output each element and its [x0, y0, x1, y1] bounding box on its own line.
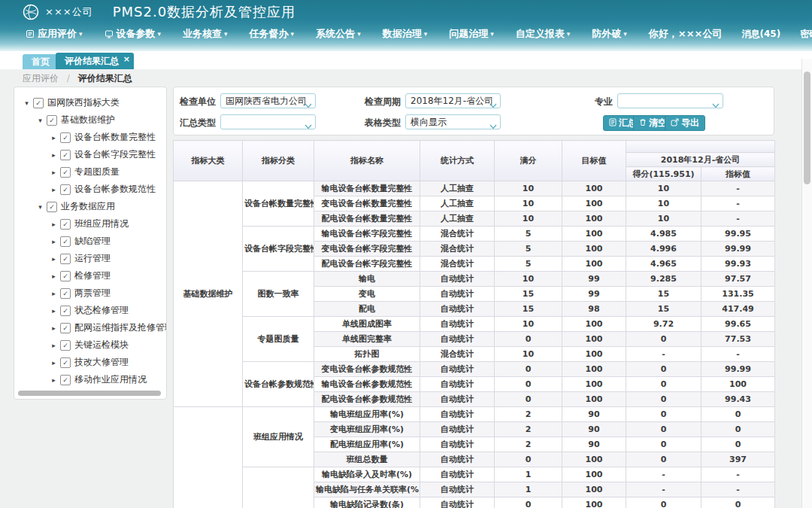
- collapse-arrow-icon[interactable]: ▸: [49, 324, 59, 332]
- checkbox-checked[interactable]: ✓: [47, 202, 57, 212]
- collapse-arrow-icon[interactable]: ▸: [49, 307, 59, 315]
- chevron-down-icon: [304, 99, 312, 108]
- checkbox-checked[interactable]: ✓: [60, 254, 71, 264]
- tree-item-13[interactable]: ▸✓配网运维指挥及抢修管理: [14, 319, 166, 336]
- inspection-period-select[interactable]: 2018年12月-省公司: [405, 93, 501, 108]
- collapse-arrow-icon[interactable]: ▸: [49, 151, 59, 159]
- score-cell: 10: [626, 196, 701, 211]
- tree-item-3[interactable]: ▸✓设备台帐字段完整性: [14, 146, 166, 163]
- tab-evaluation-summary[interactable]: 评价结果汇总 ×: [56, 53, 134, 69]
- tree-item-0[interactable]: ▾✓国网陕西指标大类: [14, 94, 166, 111]
- checkbox-checked[interactable]: ✓: [60, 132, 71, 143]
- nav-item-7[interactable]: 自定义报表▾: [516, 27, 571, 41]
- checkbox-checked[interactable]: ✓: [60, 375, 71, 385]
- tree-item-1[interactable]: ▾✓基础数据维护: [14, 111, 166, 129]
- statistic-method-cell: 自动统计: [420, 317, 495, 332]
- collapse-arrow-icon[interactable]: ▸: [49, 376, 59, 384]
- checkbox-checked[interactable]: ✓: [47, 115, 57, 126]
- tree-item-2[interactable]: ▸✓设备台帐数量完整性: [14, 129, 166, 146]
- collapse-arrow-icon[interactable]: ▸: [49, 134, 59, 141]
- tree-item-12[interactable]: ▸✓状态检修管理: [14, 302, 166, 319]
- caret-down-icon: ▾: [567, 30, 571, 38]
- vertical-scrollbar-thumb[interactable]: [804, 71, 810, 184]
- tree-item-14[interactable]: ▸✓关键运检模块: [14, 336, 166, 354]
- checkbox-checked[interactable]: ✓: [60, 357, 71, 368]
- nav-item-8[interactable]: 防外破▾: [592, 27, 627, 41]
- score-cell: 9.72: [626, 317, 701, 332]
- summary-type-select[interactable]: [220, 114, 316, 129]
- column-header-5: 目标值: [562, 141, 626, 181]
- breadcrumb-parent[interactable]: 应用评价: [23, 73, 59, 84]
- indicator-value-cell: 417.49: [701, 302, 775, 317]
- collapse-arrow-icon[interactable]: ▸: [49, 272, 59, 280]
- page-title: PMS2.0数据分析及管控应用: [113, 3, 295, 21]
- collapse-arrow-icon[interactable]: ▸: [49, 255, 59, 263]
- full-score-cell: 1: [495, 467, 562, 482]
- collapse-arrow-icon[interactable]: ▸: [49, 186, 59, 193]
- table-type-select[interactable]: 横向显示: [405, 114, 501, 129]
- tree-item-9[interactable]: ▸✓运行管理: [14, 250, 166, 267]
- full-score-cell: 10: [495, 317, 562, 332]
- checkbox-checked[interactable]: ✓: [60, 167, 71, 178]
- sidebar-horizontal-scrollbar[interactable]: [18, 391, 161, 396]
- expand-arrow-icon[interactable]: ▾: [22, 99, 32, 107]
- tree-item-15[interactable]: ▸✓技改大修管理: [14, 354, 166, 371]
- collapse-arrow-icon[interactable]: ▸: [49, 290, 59, 297]
- nav-item-6[interactable]: 问题治理▾: [449, 27, 494, 41]
- checkbox-checked[interactable]: ✓: [60, 219, 71, 230]
- inspection-unit-select[interactable]: 国网陕西省电力公司: [220, 93, 316, 108]
- checkbox-checked[interactable]: ✓: [60, 271, 71, 281]
- tree-item-5[interactable]: ▸✓设备台帐参数规范性: [14, 181, 166, 198]
- column-header-1: 指标分类: [243, 141, 314, 181]
- checkbox-checked[interactable]: ✓: [33, 98, 44, 108]
- report-body: 指标大类指标分类指标名称统计方式满分目标值2018年12月-省公司得分(115.…: [174, 141, 775, 508]
- expand-arrow-icon[interactable]: ▾: [35, 117, 45, 124]
- checkbox-checked[interactable]: ✓: [60, 150, 71, 160]
- tree-item-6[interactable]: ▾✓业务数据应用: [14, 198, 166, 215]
- tree-item-16[interactable]: ▸✓移动作业应用情况: [14, 371, 166, 388]
- full-score-cell: 10: [495, 211, 562, 227]
- tab-home[interactable]: 首页: [23, 54, 59, 69]
- checkbox-checked[interactable]: ✓: [60, 323, 71, 333]
- nav-item-0[interactable]: 应用评价▾: [26, 27, 83, 41]
- export-button[interactable]: 导出: [665, 115, 705, 131]
- evaluation-result-table-wrap: 指标大类指标分类指标名称统计方式满分目标值2018年12月-省公司得分(115.…: [173, 140, 774, 508]
- checkbox-checked[interactable]: ✓: [60, 340, 71, 351]
- nav-item-2[interactable]: 业务核查▾: [183, 27, 228, 41]
- tree-item-4[interactable]: ▸✓专题图质量: [14, 163, 166, 181]
- nav-item-3[interactable]: 任务督办▾: [250, 27, 295, 41]
- collapse-arrow-icon[interactable]: ▸: [49, 342, 59, 349]
- tree-item-7[interactable]: ▸✓班组应用情况: [14, 215, 166, 233]
- messages-link[interactable]: 消息(45): [741, 28, 780, 41]
- tree-item-11[interactable]: ▸✓两票管理: [14, 284, 166, 302]
- table-row: 班组应用情况输电班组应用率(%)自动统计29000: [174, 407, 775, 422]
- checkbox-checked[interactable]: ✓: [60, 184, 71, 195]
- tree-item-8[interactable]: ▸✓缺陷管理: [14, 233, 166, 250]
- indicator-value-cell: 0: [701, 407, 775, 422]
- specialty-select[interactable]: [617, 93, 723, 108]
- collapse-arrow-icon[interactable]: ▸: [49, 238, 59, 245]
- nav-item-label: 业务核查: [183, 27, 222, 41]
- score-cell: 9.285: [626, 272, 701, 287]
- nav-item-5[interactable]: 数据治理▾: [383, 27, 428, 41]
- nav-item-4[interactable]: 系统公告▾: [316, 27, 361, 41]
- checkbox-checked[interactable]: ✓: [60, 306, 71, 316]
- vertical-scrollbar-track[interactable]: [801, 59, 812, 508]
- tree-item-10[interactable]: ▸✓检修管理: [14, 267, 166, 284]
- subcategory-cell: 专题图质量: [243, 317, 314, 362]
- nav-item-1[interactable]: 设备参数▾: [105, 27, 162, 41]
- indicator-name-cell: 配电设备台帐数量完整性: [314, 211, 420, 227]
- statistic-method-cell: 自动统计: [420, 467, 495, 482]
- collapse-arrow-icon[interactable]: ▸: [49, 169, 59, 176]
- select-value: 2018年12月-省公司: [411, 96, 493, 106]
- collapse-arrow-icon[interactable]: ▸: [49, 221, 59, 228]
- column-header-0: 指标大类: [174, 141, 243, 181]
- checkbox-checked[interactable]: ✓: [60, 236, 71, 247]
- indicator-value-cell: 0: [701, 422, 775, 437]
- expand-arrow-icon[interactable]: ▾: [35, 203, 45, 211]
- collapse-arrow-icon[interactable]: ▸: [49, 359, 59, 367]
- summary-icon: [609, 118, 617, 129]
- close-icon[interactable]: ×: [123, 51, 130, 68]
- checkbox-checked[interactable]: ✓: [60, 288, 71, 299]
- password-link[interactable]: 密码: [800, 28, 812, 41]
